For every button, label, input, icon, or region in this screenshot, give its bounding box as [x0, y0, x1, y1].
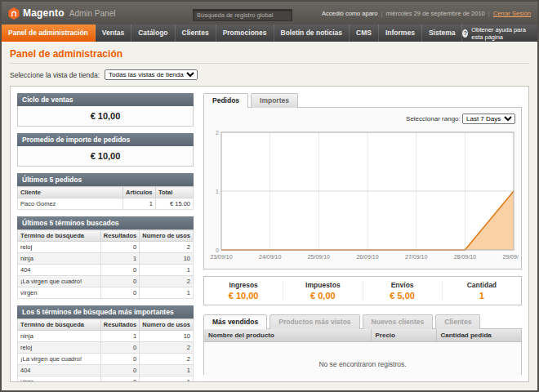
range-select[interactable]: Last 7 Days — [462, 114, 515, 124]
table-cell: 2 — [140, 342, 194, 354]
table-cell: 1 — [140, 287, 194, 299]
tab-pedidos[interactable]: Pedidos — [203, 93, 248, 108]
table-cell: 1 — [140, 265, 194, 276]
svg-text:0: 0 — [216, 247, 219, 253]
stat-ingresos: Ingresos € 10,00 — [204, 281, 283, 301]
main-nav: Panel de administración Ventas Catálogo … — [2, 24, 537, 42]
panel-title: Promedio de importe de pedidos — [17, 133, 194, 146]
empty-message: No se encontraron registros. — [204, 342, 521, 383]
panel-title: Últimos 5 términos buscados — [17, 216, 194, 229]
column-header: Resultados — [100, 319, 139, 331]
nav-item-boletin[interactable]: Boletín de noticias — [274, 24, 350, 42]
nav-item-catalogo[interactable]: Catálogo — [131, 24, 175, 42]
orders-area-chart: 01223/09/1024/09/1025/09/1026/09/1027/09… — [210, 127, 519, 263]
average-order-value: € 10,00 — [17, 146, 194, 167]
column-header: Número de usos — [140, 319, 194, 331]
help-icon: ? — [462, 29, 468, 38]
table-row: ninja110 — [18, 331, 194, 342]
user-session-area: Accedió como aparo | miércoles 29 de sep… — [322, 10, 531, 17]
table-row: ¡La virgen que cuadro!02 — [18, 276, 194, 287]
table-cell: 10 — [140, 253, 194, 265]
store-view-label: Seleccione la vista de tienda: — [10, 71, 100, 79]
stat-value: € 5,00 — [363, 291, 442, 301]
logo[interactable]: Magento Admin Panel — [8, 7, 163, 20]
svg-text:27/09/10: 27/09/10 — [405, 254, 427, 260]
column-header: Precio — [371, 329, 436, 342]
dashboard-right-column: Pedidos Importes Seleccionar rango: Last… — [203, 93, 522, 375]
separator: | — [381, 10, 382, 17]
nav-item-ventas[interactable]: Ventas — [96, 24, 131, 42]
table-cell: 1 — [123, 198, 156, 210]
tab-mas-vendidos[interactable]: Más vendidos — [203, 314, 267, 329]
svg-text:24/09/10: 24/09/10 — [259, 254, 281, 260]
panel-title: Ciclo de ventas — [17, 93, 194, 106]
table-header-row: Término de búsqueda Resultados Número de… — [18, 230, 194, 242]
table-cell: 0 — [100, 376, 139, 383]
last-search-terms-table: Término de búsqueda Resultados Número de… — [17, 229, 194, 299]
top-search-terms-table: Término de búsqueda Resultados Número de… — [17, 318, 194, 382]
products-panel: Nombre del producto Precio Cantidad pedi… — [203, 328, 522, 375]
help-label: Obtener ayuda para esta página — [471, 26, 531, 41]
global-search-input[interactable] — [193, 9, 292, 21]
nav-item-cms[interactable]: CMS — [350, 24, 379, 42]
tab-clientes[interactable]: Clientes — [435, 314, 480, 329]
global-search-area — [163, 6, 322, 21]
table-cell: virge — [18, 376, 101, 383]
page-help-link[interactable]: ? Obtener ayuda para esta página — [462, 24, 537, 42]
sales-cycle-value: € 10,00 — [17, 106, 194, 127]
table-row: ¡La virgen que cuadro!02 — [18, 354, 194, 365]
table-cell: 0 — [100, 342, 139, 354]
table-row: 40401 — [18, 265, 194, 276]
column-header: Término de búsqueda — [18, 319, 101, 331]
dashboard-left-column: Ciclo de ventas € 10,00 Promedio de impo… — [17, 93, 194, 375]
products-tabs: Más vendidos Productos más vistos Nuevos… — [203, 314, 522, 328]
stat-label: Impuestos — [283, 281, 362, 289]
table-cell: 0 — [100, 287, 139, 299]
table-cell: 404 — [18, 265, 101, 276]
column-header: Artículos — [123, 187, 156, 198]
totals-bar: Ingresos € 10,00 Impuestos € 0,00 Envíos… — [203, 276, 522, 305]
column-header: Nombre del producto — [204, 329, 371, 342]
svg-text:28/09/10: 28/09/10 — [454, 254, 476, 260]
table-cell: Paco Gomez — [18, 198, 123, 210]
table-cell: virgen — [18, 287, 101, 299]
store-view-select[interactable]: Todas las vistas de tienda — [105, 69, 198, 80]
range-label: Seleccionar rango: — [406, 115, 461, 122]
table-cell: 0 — [100, 365, 139, 376]
svg-text:2: 2 — [216, 130, 219, 136]
table-header-row: Término de búsqueda Resultados Número de… — [18, 319, 194, 331]
orders-amounts-tabs: Pedidos Importes — [203, 93, 522, 107]
page-title: Panel de administración — [10, 48, 529, 60]
magento-logo-icon — [8, 7, 20, 20]
table-header-row: Nombre del producto Precio Cantidad pedi… — [204, 329, 521, 342]
table-cell: 0 — [100, 242, 139, 253]
nav-item-promociones[interactable]: Promociones — [216, 24, 274, 42]
logo-subtitle: Admin Panel — [69, 9, 116, 18]
table-cell: 0 — [100, 276, 139, 287]
logo-text: Magento — [23, 7, 65, 19]
svg-text:23/09/10: 23/09/10 — [210, 254, 232, 260]
average-order-panel: Promedio de importe de pedidos € 10,00 — [17, 133, 194, 167]
nav-item-sistema[interactable]: Sistema — [422, 24, 463, 42]
table-cell: 1 — [140, 376, 194, 383]
stat-value: € 10,00 — [204, 291, 283, 301]
table-cell: reloj — [18, 342, 101, 354]
tab-importes[interactable]: Importes — [251, 93, 298, 108]
tab-nuevos-clientes[interactable]: Nuevos clientes — [363, 314, 434, 329]
table-row: reloj02 — [18, 342, 194, 354]
logout-link[interactable]: Cerrar Sesión — [493, 10, 531, 17]
tab-productos-mas-vistos[interactable]: Productos más vistos — [270, 314, 359, 329]
last-orders-panel: Últimos 5 pedidos Cliente Artículos Tota… — [17, 173, 194, 210]
svg-text:29/09/10: 29/09/10 — [502, 254, 519, 260]
table-cell: 1 — [100, 331, 139, 342]
column-header: Término de búsqueda — [18, 230, 101, 242]
range-selector-row: Seleccionar rango: Last 7 Days — [210, 114, 515, 124]
stat-value: € 0,00 — [283, 291, 362, 301]
table-cell: 404 — [18, 365, 101, 376]
nav-item-dashboard[interactable]: Panel de administración — [2, 24, 96, 42]
table-cell: 2 — [140, 242, 194, 253]
nav-item-informes[interactable]: Informes — [379, 24, 422, 42]
top-header: Magento Admin Panel Accedió como aparo |… — [2, 2, 537, 24]
sales-cycle-panel: Ciclo de ventas € 10,00 — [17, 93, 194, 127]
nav-item-clientes[interactable]: Clientes — [176, 24, 216, 42]
